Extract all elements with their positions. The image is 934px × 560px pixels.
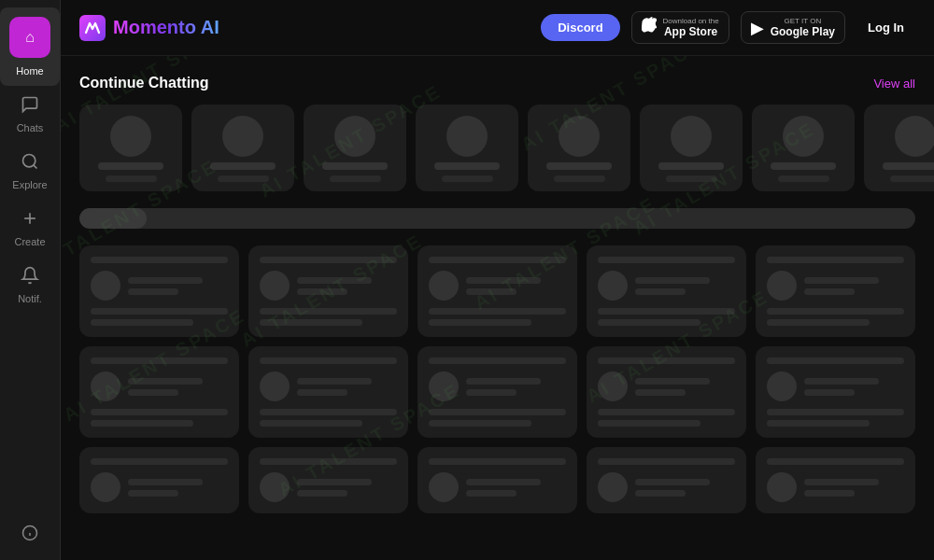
avatar (260, 472, 290, 502)
lines (466, 479, 566, 497)
agent-card[interactable] (417, 346, 577, 438)
lines (635, 479, 735, 497)
line (466, 378, 541, 385)
chat-card[interactable] (752, 105, 855, 191)
top-bar (260, 458, 397, 465)
agent-card[interactable] (79, 245, 239, 337)
chat-card[interactable] (191, 105, 294, 191)
line (635, 389, 686, 396)
chat-card[interactable] (864, 105, 934, 191)
sidebar-item-explore[interactable]: Explore (0, 143, 60, 200)
line (598, 420, 700, 427)
avatar (91, 271, 120, 301)
avatar (598, 371, 628, 401)
line (466, 389, 517, 396)
main-area: Momento AI Discord Download on the App S… (61, 0, 934, 560)
bottom-bars (429, 308, 566, 326)
chat-card[interactable] (416, 105, 518, 191)
progress-bar-container[interactable] (79, 208, 915, 229)
mid-row (598, 371, 735, 401)
line (297, 277, 372, 284)
agent-card[interactable] (79, 447, 239, 513)
line (635, 277, 710, 284)
bottom-bars (260, 308, 397, 326)
top-bar (767, 357, 904, 364)
logo: Momento AI (79, 15, 219, 41)
agent-card[interactable] (756, 346, 915, 438)
lines (128, 378, 228, 396)
line (128, 389, 178, 396)
chat-card[interactable] (304, 105, 406, 191)
chat-card[interactable] (640, 105, 743, 191)
line (297, 288, 347, 295)
avatar (559, 116, 600, 157)
line (598, 319, 700, 326)
sidebar-info[interactable] (0, 515, 60, 553)
name-bar (98, 162, 163, 170)
sidebar-item-chats[interactable]: Chats (0, 86, 60, 143)
agent-card[interactable] (587, 245, 746, 337)
sidebar-item-create[interactable]: Create (0, 200, 60, 257)
header: Momento AI Discord Download on the App S… (61, 0, 934, 56)
create-icon (21, 209, 39, 232)
agent-card[interactable] (756, 447, 915, 513)
lines (128, 479, 228, 497)
mid-row (767, 371, 904, 401)
bottom-bars (598, 409, 735, 427)
google-play-icon: ▶ (751, 18, 764, 38)
discord-button[interactable]: Discord (541, 14, 619, 41)
name-bar (658, 162, 724, 170)
avatar (767, 371, 797, 401)
mid-row (429, 472, 566, 502)
view-all-link[interactable]: View all (873, 77, 915, 91)
line (297, 490, 347, 497)
app-store-button[interactable]: Download on the App Store (631, 11, 729, 44)
line (297, 389, 347, 396)
agent-card[interactable] (417, 245, 577, 337)
google-play-button[interactable]: ▶ GET IT ON Google Play (741, 11, 845, 44)
app-store-text: Download on the App Store (663, 17, 719, 38)
top-bar (767, 257, 904, 263)
avatar (429, 271, 459, 301)
agent-card[interactable] (587, 447, 746, 513)
bottom-bars (767, 409, 904, 427)
agent-card[interactable] (79, 346, 239, 438)
agents-grid (79, 245, 915, 513)
avatar (260, 371, 290, 401)
sub-bar (890, 175, 935, 182)
avatar (260, 271, 290, 301)
avatar (91, 371, 120, 401)
line (598, 409, 735, 415)
avatar (598, 472, 628, 502)
sidebar-chats-label: Chats (17, 122, 44, 133)
chat-card[interactable] (528, 105, 630, 191)
svg-line-1 (34, 165, 37, 169)
sidebar-item-home[interactable]: ⌂ Home (0, 7, 60, 86)
mid-row (767, 472, 904, 502)
agent-card[interactable] (248, 245, 408, 337)
top-bar (91, 458, 228, 465)
chat-card[interactable] (79, 105, 182, 191)
bottom-bars (767, 308, 904, 326)
avatar (598, 271, 628, 301)
line (260, 319, 362, 326)
name-bar (771, 162, 836, 170)
bottom-bars (429, 409, 566, 427)
lines (466, 277, 566, 295)
lines (804, 479, 904, 497)
sidebar-explore-label: Explore (12, 179, 47, 190)
line (128, 490, 178, 497)
line (598, 308, 735, 315)
agent-card[interactable] (248, 447, 408, 513)
line (635, 288, 686, 295)
sidebar-item-notifications[interactable]: Notif. (0, 257, 60, 314)
agent-card[interactable] (587, 346, 746, 438)
chats-icon (21, 95, 39, 119)
avatar (671, 116, 712, 157)
agent-card[interactable] (417, 447, 577, 513)
mid-row (91, 472, 228, 502)
info-icon (21, 525, 38, 543)
login-button[interactable]: Log In (856, 14, 915, 41)
agent-card[interactable] (248, 346, 408, 438)
agent-card[interactable] (756, 245, 915, 337)
